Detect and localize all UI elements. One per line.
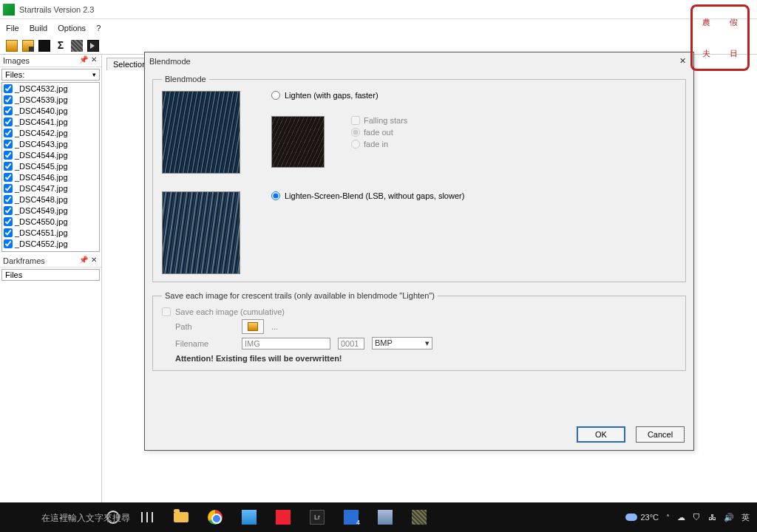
chrome-icon[interactable]: [206, 508, 225, 527]
file-checkbox[interactable]: [4, 129, 13, 137]
tray-icon[interactable]: ⛉: [693, 513, 701, 522]
file-checkbox[interactable]: [4, 206, 13, 215]
dialog-title: Blendmode: [149, 57, 191, 66]
file-name: _DSC4541.jpg: [15, 117, 68, 126]
ok-button[interactable]: OK: [577, 426, 625, 443]
files-label: Files:: [5, 70, 24, 79]
radio-fade-out: fade out: [351, 128, 407, 137]
save-icon[interactable]: [38, 40, 50, 52]
file-checkbox[interactable]: [4, 106, 13, 115]
format-value: BMP: [375, 338, 393, 348]
checkbox-falling-stars: Falling stars: [351, 116, 407, 125]
list-item: _DSC4532.jpg: [2, 83, 99, 94]
weather-widget[interactable]: 23°C: [625, 513, 659, 522]
average-icon[interactable]: Σ: [55, 40, 67, 52]
file-checkbox[interactable]: [4, 195, 13, 204]
file-checkbox[interactable]: [4, 228, 13, 237]
app-icon-3[interactable]: [342, 508, 361, 527]
startrails-taskbar-icon[interactable]: [410, 508, 429, 527]
file-checkbox[interactable]: [4, 173, 13, 182]
fade-out-label: fade out: [364, 128, 393, 137]
list-item: _DSC4541.jpg: [2, 116, 99, 127]
file-name: _DSC4546.jpg: [15, 173, 68, 182]
save-legend: Save each image for crescent trails (onl…: [162, 291, 438, 300]
pin-icon[interactable]: 📌: [79, 256, 88, 265]
app-icon-2[interactable]: [274, 508, 293, 527]
radio-lighten-input[interactable]: [271, 91, 280, 100]
taskbar: 在這裡輸入文字來搜尋 Lr 23°C ˄ ☁ ⛉ 🖧 🔊 英: [0, 502, 757, 532]
radio-lsb[interactable]: Lighten-Screen-Blend (LSB, without gaps,…: [271, 191, 676, 200]
blendmode-dialog: Blendmode ✕ Blendmode Lighten (with gaps…: [144, 52, 694, 451]
radio-lighten[interactable]: Lighten (with gaps, faster): [271, 91, 676, 100]
stamp-char: 農: [702, 18, 710, 27]
file-name: _DSC4548.jpg: [15, 195, 68, 204]
task-view-icon[interactable]: [138, 508, 157, 527]
network-icon[interactable]: 🖧: [708, 513, 716, 522]
radio-fade-in: fade in: [351, 140, 407, 149]
open-darkframes-icon[interactable]: [22, 40, 34, 52]
preview-lighten: [162, 91, 240, 174]
list-item: _DSC4544.jpg: [2, 149, 99, 160]
files-dropdown[interactable]: Files: ▾: [1, 69, 100, 81]
menu-options[interactable]: Options: [58, 24, 86, 33]
cancel-button[interactable]: Cancel: [636, 426, 685, 443]
filename-prefix-input[interactable]: IMG: [242, 338, 330, 349]
preview-falling-stars: [271, 116, 325, 168]
lightroom-icon[interactable]: Lr: [308, 508, 327, 527]
file-checkbox[interactable]: [4, 84, 13, 93]
list-item: _DSC4547.jpg: [2, 183, 99, 194]
ime-indicator[interactable]: 英: [741, 512, 750, 523]
video-icon[interactable]: [87, 40, 99, 52]
menu-help[interactable]: ?: [96, 24, 101, 33]
open-images-icon[interactable]: [6, 40, 18, 52]
list-item: _DSC4548.jpg: [2, 194, 99, 205]
file-name: _DSC4539.jpg: [15, 95, 68, 104]
file-name: _DSC4547.jpg: [15, 184, 68, 193]
dialog-close-icon[interactable]: ✕: [676, 55, 689, 68]
close-panel-icon[interactable]: ✕: [89, 256, 98, 265]
menu-build[interactable]: Build: [30, 24, 47, 33]
radio-lsb-input[interactable]: [271, 191, 280, 200]
save-each-label: Save each image (cumulative): [175, 307, 285, 316]
list-item: _DSC4549.jpg: [2, 205, 99, 216]
menubar: File Build Options ?: [0, 19, 757, 37]
radio-lsb-label: Lighten-Screen-Blend (LSB, without gaps,…: [285, 191, 464, 200]
list-item: _DSC4551.jpg: [2, 227, 99, 238]
window-title: Startrails Version 2.3: [19, 5, 95, 14]
app-icon-4[interactable]: [376, 508, 395, 527]
browse-button[interactable]: [242, 319, 264, 334]
list-item: _DSC4543.jpg: [2, 138, 99, 149]
radio-fade-in-input: [351, 140, 360, 149]
file-list[interactable]: _DSC4532.jpg _DSC4539.jpg _DSC4540.jpg _…: [1, 82, 100, 252]
app-icon-1[interactable]: [240, 508, 259, 527]
dialog-titlebar: Blendmode ✕: [145, 52, 693, 70]
file-checkbox[interactable]: [4, 151, 13, 160]
file-name: _DSC4549.jpg: [15, 206, 68, 215]
filename-label: Filename: [175, 339, 234, 348]
file-checkbox[interactable]: [4, 217, 13, 226]
list-item: _DSC4539.jpg: [2, 94, 99, 105]
file-checkbox[interactable]: [4, 117, 13, 126]
format-select[interactable]: BMP ▾: [372, 337, 432, 349]
startrails-icon[interactable]: [71, 40, 83, 52]
file-checkbox[interactable]: [4, 184, 13, 193]
file-explorer-icon[interactable]: [172, 508, 191, 527]
file-checkbox[interactable]: [4, 239, 13, 248]
tray-overflow-icon[interactable]: ˄: [666, 514, 670, 522]
filename-number-input[interactable]: 0001: [338, 338, 364, 349]
pin-icon[interactable]: 📌: [79, 56, 88, 65]
file-checkbox[interactable]: [4, 162, 13, 171]
darkframes-files-label[interactable]: Files: [1, 269, 100, 281]
list-item: _DSC4546.jpg: [2, 171, 99, 183]
blendmode-legend: Blendmode: [162, 75, 209, 83]
cloud-icon: [625, 514, 637, 521]
tray-icon[interactable]: ☁: [677, 513, 685, 522]
menu-file[interactable]: File: [6, 24, 19, 33]
file-checkbox[interactable]: [4, 140, 13, 149]
file-name: _DSC4544.jpg: [15, 151, 68, 160]
file-checkbox[interactable]: [4, 95, 13, 104]
volume-icon[interactable]: 🔊: [724, 513, 734, 522]
taskbar-search[interactable]: 在這裡輸入文字來搜尋: [41, 512, 130, 525]
chevron-down-icon: ▾: [92, 71, 96, 78]
close-panel-icon[interactable]: ✕: [89, 56, 98, 65]
